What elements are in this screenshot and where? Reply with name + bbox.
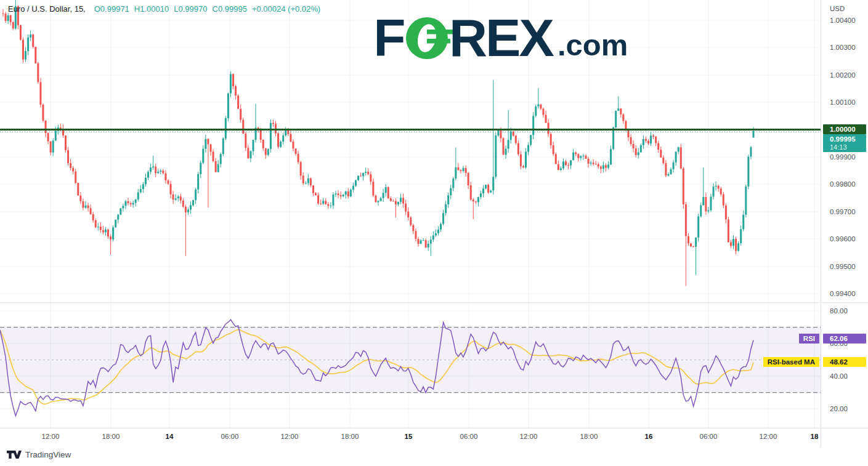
candle-body [180,196,182,201]
candle-body [105,230,107,233]
candle-body [312,185,314,193]
candle-body [417,239,419,244]
candle-body [298,154,299,162]
symbol-legend[interactable]: Euro / U.S. Dollar, 15,O0.99971H1.00010L… [8,4,325,14]
candle-body [735,239,737,251]
candle-body [79,196,81,201]
pane-separator[interactable] [0,302,868,303]
candle-body [473,199,474,201]
candle-body [638,153,639,155]
rsi-indicator-label[interactable]: RSI [799,334,819,343]
tradingview-icon[interactable] [6,450,22,459]
candle-body [495,135,497,177]
change-value: +0.00024 (+0.02%) [252,4,320,14]
candle-body [747,157,749,187]
price-axis-tick: 0.99600 [830,235,856,243]
candle-body [450,188,452,196]
candle-body [347,191,349,196]
candle-body [213,151,214,161]
candle-body [262,140,264,148]
candle-body [430,239,432,244]
candle-body [187,210,189,212]
candle-body [285,130,286,135]
candle-body [477,197,479,202]
candle-body [115,220,116,227]
price-chart-canvas[interactable] [0,0,821,428]
candle-body [335,193,336,195]
price-axis-tick: 0.99500 [830,263,856,270]
candle-body [640,145,642,153]
time-axis[interactable]: 12:0018:001406:0012:0018:001506:0012:001… [0,428,868,447]
candle-body [465,168,467,173]
candle-body [622,114,624,121]
candle-body [750,147,752,156]
candle-body [730,243,732,246]
candle-body [572,153,574,161]
candle-body [20,25,22,40]
candle-body [577,154,579,158]
candle-body [190,205,192,209]
candle-body [705,197,707,211]
candle-body [167,180,169,184]
time-axis-label: 18:00 [341,433,359,440]
candle-body [272,123,274,124]
candle-body [545,115,547,123]
candle-body [270,123,272,149]
candle-body [565,161,567,165]
candle-body [330,206,331,206]
price-axis-tick: 0.99900 [830,153,856,161]
candle-body [522,166,524,167]
candle-body [612,127,614,149]
candle-body [237,95,239,108]
candle-body [197,174,199,190]
candle-body [145,178,147,185]
candle-body [412,225,414,231]
candle-body [27,38,29,51]
candle-body [647,141,649,143]
price-axis-tick: 0.99700 [830,208,856,215]
candle-body [362,173,364,176]
candle-body [25,51,26,60]
candle-body [405,204,407,212]
candle-body [662,158,664,163]
candle-body [92,214,94,220]
candle-body [740,229,742,243]
time-axis-day-label: 16 [645,433,653,440]
candle-body [480,193,482,197]
rsi-ma-indicator-label[interactable]: RSI-based MA [763,357,819,367]
level-line-price-badge: 1.00000 [823,124,866,134]
candle-body [400,198,402,202]
candle-body [162,171,164,173]
candle-body [710,196,712,210]
tradingview-text[interactable]: TradingView [25,450,71,459]
candle-body [432,235,434,239]
price-axis-tick: 1.00300 [830,44,856,51]
candle-body [482,188,484,193]
candle-body [607,164,609,167]
candle-body [295,148,297,154]
candle-body [140,189,142,192]
candle-body [338,193,339,195]
time-axis-label: 12:00 [520,433,538,440]
candle-body [447,195,449,204]
candle-body [425,240,427,247]
candle-body [217,164,219,172]
candle-body [235,86,237,95]
price-axis[interactable]: USD 1.004001.003001.002001.001000.999000… [821,0,868,428]
candle-body [128,201,129,203]
candle-body [157,172,159,173]
candle-body [177,196,179,198]
candle-body [357,176,359,180]
candle-body [670,169,672,174]
candle-body [222,139,224,154]
candle-body [365,172,367,173]
price-axis-tick: 20.00 [830,405,848,412]
chart-window: Euro / U.S. Dollar, 15,O0.99971H1.00010L… [0,0,868,466]
time-axis-label: 06:00 [460,433,478,440]
candle-body [375,196,376,203]
candle-body [723,194,724,205]
candle-body [352,186,354,190]
candle-body [720,188,722,194]
candle-body [265,148,267,155]
candle-body [508,140,509,148]
